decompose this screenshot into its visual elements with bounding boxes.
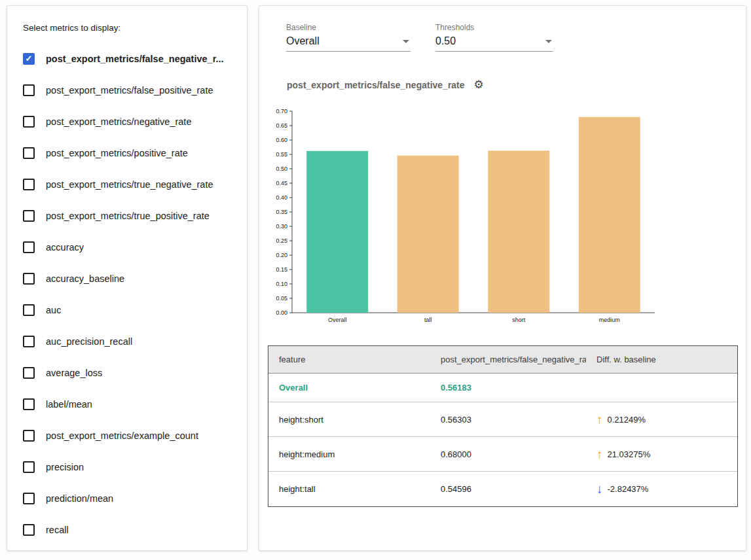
metric-checkbox[interactable]: ✓ [23, 493, 35, 504]
table-row: height:short 0.56303 ↑ 0.21249% [268, 402, 737, 437]
metric-list-item[interactable]: ✓ auc [7, 294, 247, 326]
y-axis-tick-label: 0.55 [276, 151, 287, 158]
y-axis-tick-label: 0.15 [276, 266, 287, 273]
x-axis-label: medium [599, 317, 620, 323]
thresholds-select-label: Thresholds [435, 23, 553, 32]
metric-list-item[interactable]: ✓ post_export_metrics/example_count [7, 420, 247, 451]
metric-label: post_export_metrics/true_positive_rate [46, 211, 210, 221]
diff-arrow-icon: ↑ [596, 448, 603, 461]
diff-value: 0.21249% [608, 415, 646, 425]
metric-selector-title: Select metrics to display: [7, 6, 247, 33]
metric-list-item[interactable]: ✓ post_export_metrics/false_positive_rat… [7, 75, 247, 106]
metric-label: average_loss [46, 368, 102, 378]
table-row: height:medium 0.68000 ↑ 21.03275% [268, 437, 737, 472]
diff-cell: ↑ 0.21249% [586, 413, 737, 426]
metric-checkbox[interactable]: ✓ [23, 179, 35, 190]
table-header-row: feature post_export_metrics/false_negati… [268, 346, 737, 374]
metric-checkbox[interactable]: ✓ [23, 84, 35, 96]
metric-checkbox[interactable]: ✓ [23, 273, 35, 285]
table-header-metric: post_export_metrics/false_negative_rat..… [430, 346, 586, 373]
thresholds-select-value: 0.50 [435, 35, 456, 47]
metric-checkbox[interactable]: ✓ [23, 336, 35, 347]
baseline-select-value: Overall [286, 35, 320, 47]
metric-list-item[interactable]: ✓ post_export_metrics/negative_rate [7, 106, 247, 137]
chart-bar[interactable] [579, 117, 640, 313]
x-axis-label: tall [424, 317, 432, 323]
metric-checkbox[interactable]: ✓ [23, 53, 35, 65]
metric-list-item[interactable]: ✓ post_export_metrics/true_positive_rate [7, 200, 247, 232]
y-axis-tick-label: 0.20 [276, 252, 287, 258]
table-header-feature: feature [268, 346, 430, 373]
value-cell: 0.56303 [430, 415, 586, 425]
baseline-select[interactable]: Baseline Overall [286, 23, 411, 52]
metric-checkbox[interactable]: ✓ [23, 398, 35, 410]
y-axis-tick-label: 0.40 [276, 194, 287, 201]
chart-title: post_export_metrics/false_negative_rate [287, 80, 465, 90]
metric-list-item[interactable]: ✓ recall [7, 514, 247, 546]
metric-list-item[interactable]: ✓ post_export_metrics/true_negative_rate [7, 169, 247, 200]
controls-bar: Baseline Overall Thresholds 0.50 [259, 6, 746, 52]
chart-bar[interactable] [306, 151, 368, 313]
bar-chart-svg: 0.000.050.100.150.200.250.300.350.400.45… [259, 106, 660, 336]
y-axis-tick-label: 0.60 [276, 137, 287, 143]
metric-label: accuracy_baseline [46, 273, 124, 284]
metric-list-item[interactable]: ✓ accuracy_baseline [7, 263, 247, 294]
settings-gear-icon[interactable]: ⚙ [474, 78, 484, 92]
table-header-diff: Diff. w. baseline [586, 346, 737, 373]
metric-label: auc_precision_recall [46, 336, 132, 347]
metric-selector-panel: Select metrics to display: ✓ post_export… [7, 5, 247, 551]
y-axis-tick-label: 0.65 [276, 122, 287, 129]
x-axis-label: Overall [328, 317, 347, 323]
metric-checkbox[interactable]: ✓ [23, 241, 35, 253]
chevron-down-icon [545, 40, 552, 43]
check-icon: ✓ [26, 54, 33, 63]
metric-checkbox[interactable]: ✓ [23, 210, 35, 222]
metric-list-item[interactable]: ✓ label/mean [7, 389, 247, 420]
metric-list-item[interactable]: ✓ auc_precision_recall [7, 326, 247, 357]
metric-checkbox[interactable]: ✓ [23, 430, 35, 442]
metric-list-item[interactable]: ✓ post_export_metrics/false_negative_r..… [7, 43, 247, 75]
diff-arrow-icon: ↓ [596, 483, 603, 495]
metric-list-item[interactable]: ✓ prediction/mean [7, 483, 247, 514]
metric-checkbox[interactable]: ✓ [23, 147, 35, 159]
thresholds-select-value-row[interactable]: 0.50 [435, 35, 553, 52]
metric-list-item[interactable]: ✓ precision [7, 451, 247, 483]
value-cell: 0.56183 [430, 383, 586, 393]
feature-cell: height:tall [268, 484, 430, 494]
table-body: Overall 0.56183 height:short 0.56303 ↑ 0… [268, 374, 737, 506]
table-row: Overall 0.56183 [268, 374, 737, 402]
metric-checkbox[interactable]: ✓ [23, 524, 35, 536]
metric-checkbox[interactable]: ✓ [23, 304, 35, 316]
diff-value: -2.82437% [608, 484, 649, 494]
y-axis-tick-label: 0.30 [276, 223, 287, 230]
x-axis-label: short [512, 317, 526, 323]
diff-cell: ↓ -2.82437% [586, 483, 737, 495]
chart-bar[interactable] [488, 150, 549, 313]
chart-bar[interactable] [397, 156, 459, 313]
metric-checkbox[interactable]: ✓ [23, 367, 35, 379]
y-axis-tick-label: 0.00 [276, 309, 287, 316]
metric-label: prediction/mean [46, 493, 113, 504]
results-panel: Baseline Overall Thresholds 0.50 post_ex… [259, 5, 746, 551]
metric-checkbox[interactable]: ✓ [23, 461, 35, 473]
y-axis-tick-label: 0.10 [276, 281, 287, 287]
metric-label: auc [46, 305, 61, 315]
metric-checkbox[interactable]: ✓ [23, 116, 35, 128]
y-axis-tick-label: 0.35 [276, 209, 287, 215]
baseline-select-value-row[interactable]: Overall [286, 35, 411, 52]
thresholds-select[interactable]: Thresholds 0.50 [435, 23, 553, 52]
value-cell: 0.68000 [430, 449, 586, 459]
metric-list-item[interactable]: ✓ accuracy [7, 232, 247, 263]
metric-label: post_export_metrics/negative_rate [46, 116, 191, 127]
metric-list-item[interactable]: ✓ average_loss [7, 357, 247, 389]
metrics-table: feature post_export_metrics/false_negati… [268, 345, 738, 507]
value-cell: 0.54596 [430, 484, 586, 494]
metric-list-item[interactable]: ✓ post_export_metrics/positive_rate [7, 137, 247, 169]
metric-label: post_export_metrics/positive_rate [46, 148, 188, 158]
feature-cell: Overall [268, 383, 430, 393]
y-axis-tick-label: 0.25 [276, 237, 287, 244]
y-axis-tick-label: 0.45 [276, 180, 287, 186]
table-row: height:tall 0.54596 ↓ -2.82437% [268, 472, 737, 506]
y-axis-tick-label: 0.70 [276, 108, 287, 114]
metric-label: post_export_metrics/example_count [46, 430, 198, 441]
